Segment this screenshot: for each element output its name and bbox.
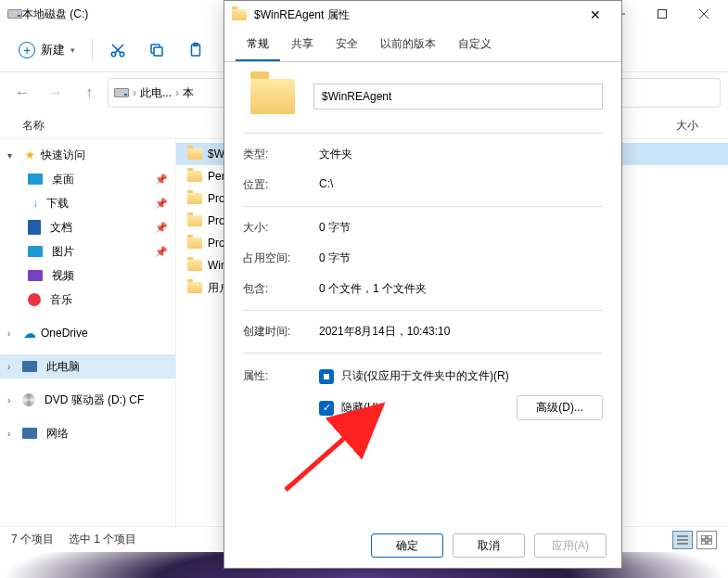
size-value: 0 字节	[319, 220, 603, 236]
advanced-button[interactable]: 高级(D)...	[517, 395, 603, 420]
col-size[interactable]: 大小	[676, 118, 717, 134]
folder-icon	[232, 9, 247, 20]
cancel-button[interactable]: 取消	[453, 533, 525, 558]
tab-general[interactable]: 常规	[236, 29, 280, 61]
readonly-checkbox[interactable]	[319, 369, 334, 384]
location-value: C:\	[319, 177, 603, 193]
network-icon	[22, 428, 37, 439]
item-count: 7 个项目	[11, 532, 54, 547]
dialog-titlebar[interactable]: $WinREAgent 属性 ✕	[224, 1, 621, 29]
plus-icon: +	[19, 42, 35, 58]
tab-previous-versions[interactable]: 以前的版本	[369, 29, 447, 61]
up-button[interactable]: ↑	[74, 78, 104, 108]
created-label: 创建时间:	[243, 324, 319, 340]
tab-security[interactable]: 安全	[325, 29, 369, 61]
copy-button[interactable]	[139, 35, 174, 65]
size-on-disk-label: 占用空间:	[243, 250, 319, 266]
video-icon	[28, 270, 43, 281]
sidebar-network[interactable]: ›网络	[0, 421, 175, 445]
sidebar-pictures[interactable]: 图片📌	[0, 239, 175, 263]
size-label: 大小:	[243, 220, 319, 236]
svg-rect-16	[324, 374, 329, 379]
svg-point-4	[111, 52, 116, 57]
svg-rect-13	[708, 535, 712, 539]
sidebar-dvd[interactable]: ›DVD 驱动器 (D:) CF	[0, 388, 175, 412]
folder-icon	[187, 282, 202, 293]
type-value: 文件夹	[319, 147, 603, 162]
contains-label: 包含:	[243, 281, 319, 297]
new-label: 新建	[41, 42, 65, 58]
tab-customize[interactable]: 自定义	[447, 29, 503, 61]
contains-value: 0 个文件，1 个文件夹	[319, 281, 603, 297]
cut-button[interactable]	[100, 35, 135, 65]
cloud-icon: ☁	[22, 326, 37, 340]
dialog-close-button[interactable]: ✕	[577, 2, 614, 28]
breadcrumb-segment[interactable]: 此电...	[140, 85, 172, 101]
type-label: 类型:	[243, 147, 319, 162]
svg-rect-12	[701, 535, 706, 539]
sidebar: ▾★快速访问 桌面📌 ↓下载📌 文档📌 图片📌 视频 音乐 ›☁OneDrive…	[0, 139, 176, 526]
ok-button[interactable]: 确定	[371, 533, 443, 558]
back-button[interactable]: ←	[7, 78, 37, 108]
readonly-label: 只读(仅应用于文件夹中的文件)(R)	[341, 368, 509, 384]
sidebar-quick-access[interactable]: ▾★快速访问	[0, 143, 175, 167]
folder-icon	[187, 215, 202, 226]
drive-icon	[114, 85, 129, 100]
sidebar-music[interactable]: 音乐	[0, 288, 175, 312]
created-value: 2021年8月14日，10:43:10	[319, 324, 603, 340]
svg-rect-14	[701, 541, 706, 545]
picture-icon	[28, 246, 43, 257]
dialog-footer: 确定 取消 应用(A)	[224, 523, 621, 568]
folder-name-input[interactable]	[313, 83, 603, 109]
pin-icon: 📌	[155, 246, 168, 258]
hidden-label: 隐藏(H)	[341, 400, 379, 416]
apply-button[interactable]: 应用(A)	[534, 533, 607, 558]
folder-large-icon	[250, 79, 295, 114]
sidebar-documents[interactable]: 文档📌	[0, 215, 175, 239]
pin-icon: 📌	[155, 222, 168, 234]
folder-icon	[187, 171, 202, 182]
selection-count: 选中 1 个项目	[69, 532, 136, 547]
sidebar-desktop[interactable]: 桌面📌	[0, 167, 175, 191]
new-button[interactable]: + 新建 ▾	[9, 36, 84, 64]
attributes-label: 属性:	[243, 368, 319, 384]
size-on-disk-value: 0 字节	[319, 250, 603, 266]
svg-rect-6	[154, 47, 162, 56]
location-label: 位置:	[243, 177, 319, 193]
window-title: 本地磁盘 (C:)	[22, 6, 88, 22]
star-icon: ★	[22, 148, 37, 162]
folder-icon	[187, 193, 202, 204]
breadcrumb-segment[interactable]: 本	[183, 85, 194, 101]
sidebar-this-pc[interactable]: ›此电脑	[0, 354, 175, 379]
document-icon	[28, 220, 41, 235]
desktop-icon	[28, 173, 43, 185]
music-icon	[28, 293, 41, 306]
chevron-down-icon: ▾	[70, 45, 75, 55]
maximize-button[interactable]	[641, 0, 683, 28]
properties-dialog: $WinREAgent 属性 ✕ 常规 共享 安全 以前的版本 自定义 类型:文…	[224, 0, 622, 569]
pin-icon: 📌	[155, 198, 168, 210]
dialog-title: $WinREAgent 属性	[254, 7, 350, 23]
svg-point-5	[120, 52, 124, 57]
drive-icon	[7, 6, 22, 21]
folder-icon	[187, 238, 202, 249]
folder-icon	[187, 148, 202, 160]
dialog-tabs: 常规 共享 安全 以前的版本 自定义	[224, 29, 621, 62]
dvd-icon	[22, 393, 35, 406]
sidebar-videos[interactable]: 视频	[0, 263, 175, 288]
download-icon: ↓	[28, 196, 43, 211]
paste-button[interactable]	[178, 35, 213, 65]
tab-sharing[interactable]: 共享	[280, 29, 325, 61]
sidebar-downloads[interactable]: ↓下载📌	[0, 191, 175, 215]
col-name[interactable]: 名称	[22, 118, 45, 134]
forward-button[interactable]: →	[41, 78, 70, 108]
hidden-checkbox[interactable]: ✓	[319, 401, 334, 416]
close-button[interactable]	[683, 0, 724, 28]
icons-view-button[interactable]	[696, 531, 717, 549]
svg-rect-15	[708, 541, 712, 545]
sidebar-onedrive[interactable]: ›☁OneDrive	[0, 321, 175, 345]
pin-icon: 📌	[155, 173, 168, 186]
details-view-button[interactable]	[672, 531, 693, 549]
svg-rect-1	[658, 10, 666, 19]
folder-icon	[187, 260, 202, 271]
